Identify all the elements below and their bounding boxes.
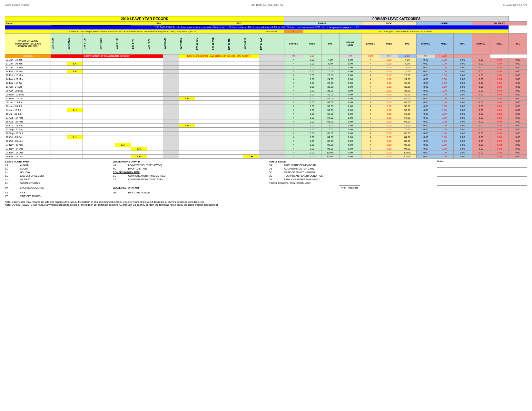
d8-0[interactable] xyxy=(163,58,179,62)
d12-1[interactable] xyxy=(227,62,243,66)
d6-0[interactable] xyxy=(131,58,147,62)
accrual-label: **Accrual/PP: xyxy=(259,29,284,33)
warning-row: *** PLEASE READ: To enter leave, enter b… xyxy=(5,25,509,30)
d12-2[interactable] xyxy=(227,66,243,70)
d9-2[interactable] xyxy=(179,66,195,70)
d4-1[interactable] xyxy=(99,62,115,66)
kg-code: KG xyxy=(113,167,128,171)
useorlose-init xyxy=(321,54,340,58)
d5-0[interactable] xyxy=(115,58,131,62)
ann-used-1: 0.00 xyxy=(303,62,321,66)
d13-1[interactable] xyxy=(243,62,259,66)
info-row: *If leave accrual changes, enter individ… xyxy=(5,29,259,33)
d4-0[interactable] xyxy=(99,58,115,62)
d9-0[interactable] xyxy=(179,58,195,62)
family-leave-header: FAMILY LEAVE xyxy=(269,160,430,163)
ml-bal-1: 0.00 xyxy=(508,62,527,66)
cp-earned-1: 0.00 xyxy=(417,62,435,66)
d13-0[interactable] xyxy=(243,58,259,62)
dc-desc: CARE OF FAMILY MEMBER xyxy=(284,171,430,174)
d11-0[interactable] xyxy=(211,58,227,62)
la-code: LA xyxy=(5,163,20,167)
d10-0[interactable] xyxy=(195,58,211,62)
day2-header: DAY 2 MON xyxy=(67,33,83,54)
enter-leave-msg: Enter your leave in the appropriate cell… xyxy=(51,54,163,58)
d1-2[interactable] xyxy=(51,66,67,70)
d6-2[interactable] xyxy=(131,66,147,70)
d2-1[interactable]: LH xyxy=(67,62,83,66)
sk-bal-1: 8.00 xyxy=(398,62,417,66)
d11-1[interactable] xyxy=(211,62,227,66)
d1-1[interactable] xyxy=(51,62,67,66)
d12-0[interactable] xyxy=(227,58,243,62)
d3-2[interactable] xyxy=(83,66,99,70)
page-header: 2008 Leave Tracker For: Tech_LV_Bal_EMP0… xyxy=(5,3,527,6)
d10-1[interactable] xyxy=(195,62,211,66)
ln-code: LN xyxy=(5,181,20,185)
lr-code: LR xyxy=(113,191,128,194)
sick-bal-init[interactable]: 0.00 xyxy=(361,54,380,58)
scd-label: SCD: xyxy=(211,22,243,25)
d8-2[interactable] xyxy=(163,66,179,70)
ssn-value[interactable] xyxy=(163,22,211,25)
day14-header: DAY 14 SAT xyxy=(259,33,284,54)
lc-desc: COURT xyxy=(20,167,113,171)
skip2 xyxy=(259,54,284,58)
d2-0[interactable] xyxy=(67,58,83,62)
d7-1[interactable] xyxy=(147,62,163,66)
dd-code: DD xyxy=(269,174,284,178)
gtgt4: >>> xyxy=(417,54,435,58)
d14-1[interactable] xyxy=(259,62,284,66)
d9-1[interactable] xyxy=(179,62,195,66)
legend-left: LEAVE HOURS PAID LEAVE HOURS UNPAID FAMI… xyxy=(5,160,430,198)
day13-header: DAY 13 FRI xyxy=(243,33,259,54)
d3-0[interactable] xyxy=(83,58,99,62)
annual-bal-init[interactable]: 0.00 xyxy=(303,54,321,58)
military-header: MILITARY xyxy=(472,22,527,25)
ann-uol-0: 0.00 xyxy=(340,58,361,62)
d7-2[interactable] xyxy=(147,66,163,70)
d4-2[interactable] xyxy=(99,66,115,70)
d14-2[interactable] xyxy=(259,66,284,70)
mil-earned-header: EARNED xyxy=(472,33,490,54)
ce-code: CE xyxy=(113,174,128,178)
scd-value[interactable] xyxy=(243,22,284,25)
accrual-value[interactable]: 4 xyxy=(284,29,303,33)
ce-desc: COMPENSATORY TIME EARNED xyxy=(128,174,269,178)
de-desc: FAMILY CARE/BEREAVEMENT * xyxy=(284,178,430,181)
ka-code: KA xyxy=(113,163,128,167)
day11-header: DAY 11 WED xyxy=(211,33,227,54)
d6-1[interactable] xyxy=(131,62,147,66)
day4-header: DAY 4 WED xyxy=(99,33,115,54)
d5-1[interactable] xyxy=(115,62,131,66)
d3-1[interactable] xyxy=(83,62,99,66)
ann-bal-1: 8.00 xyxy=(321,62,340,66)
print-btn-cell[interactable]: PrintThisSheet xyxy=(269,185,430,191)
comp-bal-header: BAL xyxy=(453,33,472,54)
d8-1[interactable] xyxy=(163,62,179,66)
comp-header: COMP xyxy=(417,22,472,25)
comp-bal-init[interactable]: 0.00 xyxy=(398,54,417,58)
day9-header: DAY 9 MON xyxy=(179,33,195,54)
d11-2[interactable] xyxy=(211,66,227,70)
d13-2[interactable] xyxy=(243,66,259,70)
cp-bal-1: 0.00 xyxy=(453,62,472,66)
d2-2[interactable] xyxy=(67,66,83,70)
d10-2[interactable] xyxy=(195,66,211,70)
mil-empty2 xyxy=(472,54,490,58)
day5-header: DAY 5 THU xyxy=(115,33,131,54)
cp-used-1: 0.00 xyxy=(435,62,453,66)
d7-0[interactable] xyxy=(147,58,163,62)
legend-section: LEAVE HOURS PAID LEAVE HOURS UNPAID FAMI… xyxy=(5,160,527,198)
sk-used-1: 0.00 xyxy=(380,62,398,66)
mil-bal-init[interactable]: 0.00 xyxy=(435,54,453,58)
d5-2[interactable] xyxy=(115,66,131,70)
print-button[interactable]: PrintThisSheet xyxy=(339,185,360,190)
d1-0[interactable] xyxy=(51,58,67,62)
pp-day-header: PP DAY OF LEAVE TAKEN (RIGHT) / LEAVE PE… xyxy=(5,33,51,54)
la-desc: ANNUAL xyxy=(20,163,113,167)
sk-bal-0: 4.00 xyxy=(398,58,417,62)
name-value[interactable] xyxy=(51,22,131,25)
ls-code: LS xyxy=(5,191,20,194)
d14-0[interactable] xyxy=(259,58,284,62)
